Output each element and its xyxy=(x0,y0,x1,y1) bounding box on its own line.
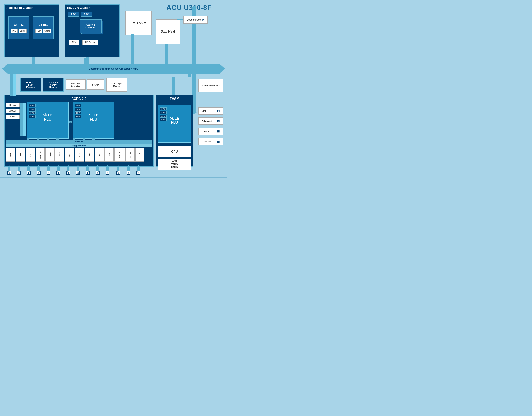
cpu-block: CPU xyxy=(158,146,191,157)
flu2-spu1: SPU xyxy=(75,104,81,107)
sd-adc-block: SD ADC xyxy=(126,148,135,161)
flu2-spu2: SPU xyxy=(75,108,81,111)
lin-block: LIN ⊠ xyxy=(198,107,223,115)
sig11: ╳ xyxy=(103,167,112,175)
flu1-spu4: SPU xyxy=(29,115,36,118)
rdc-block: RDC xyxy=(105,148,114,161)
core2-cache: TCM Cache xyxy=(35,29,51,33)
fhsm-down-arrow xyxy=(172,77,175,95)
crossbar-bar: Deterministic High-Speed Crossbar + MPU xyxy=(8,64,220,74)
can-xl-signal-icon: ⊠ xyxy=(217,130,220,133)
sram-label: SRAM xyxy=(92,83,99,86)
sig12: ╳ xyxy=(113,167,123,175)
sig14: ╳ xyxy=(134,167,143,175)
ethernet-signal-icon: ⊠ xyxy=(217,119,220,123)
lockstep-main: Cx-R52Lockstep xyxy=(80,19,102,33)
crossbar-container: Deterministic High-Speed Crossbar + MPU xyxy=(2,64,225,74)
sig10: ╳ xyxy=(93,167,102,175)
efc-box: EFC xyxy=(68,12,79,17)
core2-cache: Cache xyxy=(43,29,51,33)
fhsm-spu3: SPU xyxy=(160,115,166,118)
crossbar-left-arrow xyxy=(2,64,8,74)
dac-block: DAC xyxy=(135,148,145,161)
flu-connector-arrow: ⇔ xyxy=(68,120,72,124)
efc-esc-row: EFC ESC xyxy=(65,11,119,18)
axec-left-bus xyxy=(20,103,23,136)
hisil-sanity-label: HISIL 2.0SanityChecker xyxy=(49,81,58,88)
aes-label: AESTRNGPRNG xyxy=(171,160,178,169)
quad-enc-block: Quad Enc. xyxy=(36,148,45,161)
capture-block: Capture xyxy=(45,148,55,161)
left-axec-connector2 xyxy=(13,74,16,96)
axpwm-block: AXPWM xyxy=(55,148,64,161)
nvm-vertical-connector xyxy=(131,36,134,64)
fhsm-spu1: SPU xyxy=(160,107,166,111)
safe-dma-label: Safe DMALockstep xyxy=(71,83,80,87)
filters-block: Filters xyxy=(6,115,20,119)
fhsm-container: FHSM SPU SPU SPU SPU 5k LEFLU CPU AESTRN… xyxy=(155,95,193,167)
sig9: ╳ xyxy=(83,167,92,175)
qspi-block: QSPI xyxy=(75,148,84,161)
flu-2-box: SPU SPU SPU SPU 5k LEFLU xyxy=(73,102,114,139)
axec-left-blocks: DPRAM Math Acc. Filters xyxy=(6,103,20,119)
hisil-cluster-box: HISIL 2.0 Cluster EFC ESC Cx-R52Lockstep… xyxy=(65,4,120,57)
lockstep-wrapper: Cx-R52Lockstep xyxy=(80,19,105,36)
pio-block: PIO xyxy=(85,148,94,161)
main-diagram: ACU U310-8F Application Cluster Cx-R52 T… xyxy=(0,0,227,178)
trigger-router: Trigger Router xyxy=(6,144,152,147)
sar-adc-block: SAR ADC xyxy=(114,148,125,161)
fhsm-spu4: SPU xyxy=(160,118,166,121)
flu1-spu2: SPU xyxy=(29,108,36,111)
flu1-spu-stack: SPU SPU SPU SPU xyxy=(29,104,36,118)
hisil-sanity-checker: HISIL 2.0SanityChecker xyxy=(43,77,64,92)
core2-tcm: TCM xyxy=(35,29,42,33)
clock-manager: Clock Manager xyxy=(198,79,223,92)
sig8: ╳ xyxy=(73,167,83,175)
tcm-idcache-row: TCM I/D Cache xyxy=(65,38,119,47)
trigger-router-label: Trigger Router xyxy=(72,144,86,147)
left-axec-connector xyxy=(10,74,13,96)
flu2-spu3: SPU xyxy=(75,111,81,114)
axec-container: AXEC 2.0 DPRAM Math Acc. Filters SPU SPU… xyxy=(4,95,154,167)
peripheral-blocks: PSI-5 TEPE SENT Quad Enc. Capture AXPWM … xyxy=(6,148,145,161)
data-nvm: Data NVM xyxy=(155,19,180,44)
sig5: ╳ xyxy=(44,167,53,175)
math-acc-block: Math Acc. xyxy=(6,109,20,113)
aes-block: AESTRNGPRNG xyxy=(158,159,191,170)
lin-signal-icon: ⊠ xyxy=(217,109,220,113)
sig1: ╳ xyxy=(5,167,14,175)
core1-label: Cx-R52 xyxy=(14,23,24,26)
page-title: ACU U310-8F xyxy=(166,4,212,12)
fpcu-sys-module: FPCU Sys.Module xyxy=(106,77,127,92)
nvm-8mb: 8MB NVM xyxy=(125,11,152,35)
sig13: ╳ xyxy=(124,167,133,175)
sig7: ╳ xyxy=(64,167,73,175)
flu2-spu4: SPU xyxy=(75,115,81,118)
hisil-tcm: TCM xyxy=(69,40,79,45)
data-nvm-connector xyxy=(165,44,168,64)
hisil-cluster-title: HISIL 2.0 Cluster xyxy=(65,5,119,11)
sig2: ╳ xyxy=(14,167,23,175)
fpcu-label: FPCU Sys.Module xyxy=(111,83,122,87)
cpu-cores-group: Cx-R52 TCM Cache Cx-R52 TCM Cache xyxy=(5,11,59,41)
core1-tcm: TCM xyxy=(11,29,18,33)
dpram-block: DPRAM xyxy=(6,103,20,107)
can-fd-signal-icon: ⊠ xyxy=(217,140,220,143)
sram-block: SRAM xyxy=(87,79,104,90)
esc-box: ESC xyxy=(81,12,92,17)
app-cluster-connector xyxy=(32,57,35,64)
bottom-signals: ╳ ╳ ╳ ╳ ╳ xyxy=(5,167,143,175)
app-cluster-box: Application Cluster Cx-R52 TCM Cache Cx-… xyxy=(4,4,59,57)
flu-io-ticks xyxy=(23,138,95,142)
debug-signal-icon: ⊠ xyxy=(202,18,204,22)
cpu-core-1: Cx-R52 TCM Cache xyxy=(8,17,29,39)
fhsm-spu-stack: SPU SPU SPU SPU xyxy=(160,107,166,121)
hisil-fault-label: HISIL 2.0FaultManager xyxy=(26,81,35,88)
flu-1-box: SPU SPU SPU SPU 5k LEFLU xyxy=(27,102,68,139)
ethernet-block: Ethernet ⊠ xyxy=(198,117,223,125)
safe-dma-lockstep: Safe DMALockstep xyxy=(66,79,86,90)
debug-trace: Debug/Trace ⊠ xyxy=(183,16,208,24)
fhsm-spu2: SPU xyxy=(160,111,166,114)
sig6: ╳ xyxy=(54,167,63,175)
can-xl-block: CAN XL ⊠ xyxy=(198,128,223,135)
